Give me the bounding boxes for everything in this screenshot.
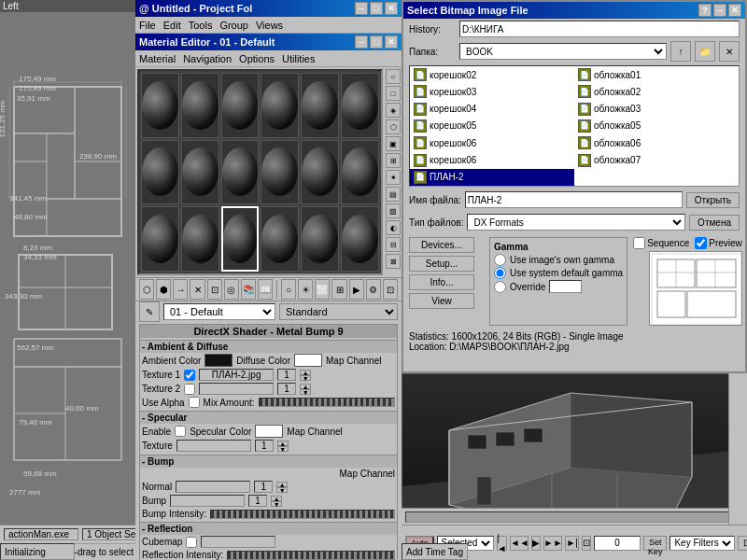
folder-delete-btn[interactable]: ✕ [719, 41, 740, 62]
bump-down[interactable]: ▼ [271, 501, 282, 507]
mat-menu-navigation[interactable]: Navigation [183, 53, 232, 64]
bump-val-input[interactable]: None [170, 495, 245, 507]
sphere-7[interactable] [141, 140, 179, 205]
file-item-7[interactable]: 📄 обложка05 [574, 118, 739, 134]
filetype-dropdown[interactable]: DX Formats [467, 214, 685, 231]
tb-backlight[interactable]: ☀ [298, 279, 313, 300]
viewport-left[interactable]: Left [0, 0, 135, 525]
bump-channel[interactable] [248, 495, 267, 507]
bitmap-close-btn[interactable]: ✕ [728, 4, 741, 17]
folder-new-btn[interactable]: 📁 [695, 41, 715, 62]
file-item-11[interactable]: 📄 обложка07 [574, 151, 739, 168]
sphere-6[interactable] [341, 73, 379, 138]
add-time-tag-label[interactable]: Add Time Tag [402, 543, 468, 560]
maximize-btn[interactable]: □ [370, 2, 383, 15]
minimize-btn[interactable]: ─ [355, 2, 368, 15]
shader-type-dropdown[interactable]: Standard [279, 303, 398, 320]
rt-btn-3[interactable]: ◈ [386, 103, 401, 118]
app-title-btns[interactable]: ─ □ ✕ [355, 2, 398, 15]
eye-dropper-btn[interactable]: ✎ [139, 301, 160, 322]
key-filters-dropdown[interactable]: Key Filters... [669, 536, 735, 551]
track-slider[interactable] [405, 511, 743, 523]
cubemap-checkbox[interactable] [186, 537, 197, 548]
info-btn[interactable]: Info... [409, 274, 474, 290]
gamma-override-val[interactable] [549, 280, 582, 293]
app-menu-bar[interactable]: File Edit Tools Group Views [135, 17, 402, 34]
tb-put-library[interactable]: 📚 [241, 279, 256, 300]
tex1-channel[interactable] [277, 369, 296, 381]
mat-menu-utilities[interactable]: Utilities [282, 53, 315, 64]
history-input[interactable] [459, 21, 740, 37]
tex2-channel[interactable] [277, 383, 296, 395]
normal-down[interactable]: ▼ [276, 487, 288, 493]
set-key-btn[interactable]: Set Key [643, 536, 668, 551]
time-input[interactable] [594, 536, 641, 551]
rt-btn-2[interactable]: □ [386, 86, 401, 101]
bitmap-minimize-btn[interactable]: ─ [713, 4, 726, 17]
filename-input[interactable] [465, 191, 683, 208]
bitmap-title-bar[interactable]: Select Bitmap Image File ? ─ ✕ [403, 2, 745, 19]
file-item-0[interactable]: 📄 корешок02 [410, 66, 574, 83]
app-title-bar[interactable]: @ Untitled - Project Fol ─ □ ✕ [135, 0, 402, 17]
next-frame-btn[interactable]: ►| [565, 536, 579, 551]
sphere-15[interactable] [221, 206, 260, 272]
sphere-4[interactable] [261, 73, 299, 138]
close-btn[interactable]: ✕ [385, 2, 398, 15]
file-list[interactable]: 📄 корешок02 📄 обложка01 📄 корешок03 📄 об… [409, 65, 740, 187]
sphere-3[interactable] [221, 73, 260, 138]
file-item-5[interactable]: 📄 обложка03 [574, 101, 739, 118]
tb-sample-uv[interactable]: ⊞ [331, 279, 346, 300]
mat-maximize-btn[interactable]: □ [370, 35, 383, 49]
key-mode-btn[interactable]: ⊡ [582, 536, 591, 551]
sphere-18[interactable] [341, 206, 379, 272]
sphere-8[interactable] [181, 140, 219, 205]
sphere-17[interactable] [301, 206, 339, 272]
mat-menu-options[interactable]: Options [239, 53, 275, 64]
prev-key-btn[interactable]: ◄◄ [510, 536, 529, 551]
mat-editor-title-bar[interactable]: Material Editor - 01 - Default ─ □ ✕ [135, 34, 402, 50]
tex1-checkbox[interactable] [184, 370, 195, 381]
rt-btn-7[interactable]: ✦ [386, 170, 401, 185]
tb-by-object[interactable]: ⊡ [383, 279, 398, 300]
sphere-13[interactable] [141, 206, 179, 272]
tex1-input[interactable] [199, 369, 274, 381]
gamma-own-radio[interactable] [494, 254, 506, 266]
devices-btn[interactable]: Devices... [409, 237, 474, 253]
rt-btn-12[interactable]: ⊠ [386, 254, 401, 269]
tb-options[interactable]: ⚙ [366, 279, 381, 300]
sphere-9[interactable] [221, 140, 260, 205]
rt-btn-9[interactable]: ▧ [386, 203, 401, 218]
bump-intensity-slider[interactable] [210, 510, 395, 519]
tb-assign[interactable]: → [173, 279, 188, 300]
cancel-btn[interactable]: Отмена [689, 215, 740, 231]
play-btn[interactable]: ▶ [531, 536, 541, 551]
mix-slider[interactable] [259, 398, 395, 407]
tb-sample-sphere[interactable]: ○ [281, 279, 296, 300]
tb-background[interactable]: ⬜ [315, 279, 330, 300]
diffuse-color-swatch[interactable] [294, 354, 322, 367]
spec-tex-channel[interactable] [255, 440, 274, 452]
cubemap-input[interactable]: None [201, 536, 275, 548]
viewport-3d[interactable] [402, 373, 747, 525]
tb-get-library[interactable]: 📖 [258, 279, 273, 300]
sphere-2[interactable] [181, 73, 219, 138]
file-item-1[interactable]: 📄 обложка01 [574, 66, 739, 83]
menu-views[interactable]: Views [256, 20, 283, 31]
tb-video[interactable]: ▶ [349, 279, 364, 300]
setup-btn[interactable]: Setup... [409, 256, 474, 272]
file-item-8[interactable]: 📄 корешок06 [410, 134, 574, 151]
tex1-down[interactable]: ▼ [300, 375, 311, 381]
file-item-9[interactable]: 📄 обложка06 [574, 134, 739, 151]
sphere-14[interactable] [181, 206, 219, 272]
file-item-4[interactable]: 📄 корешок04 [410, 101, 574, 118]
spec-down[interactable]: ▼ [277, 446, 289, 452]
tb-unique[interactable]: ◎ [224, 279, 239, 300]
tex2-down[interactable]: ▼ [300, 389, 311, 395]
menu-group[interactable]: Group [219, 20, 248, 31]
mat-close-btn[interactable]: ✕ [385, 35, 398, 49]
sphere-1[interactable] [141, 73, 179, 138]
mini-btn-1[interactable]: ⊡ [738, 536, 747, 551]
file-item-12[interactable]: 📄 ПЛАН-2 [410, 169, 574, 186]
sphere-10[interactable] [261, 140, 299, 205]
file-item-3[interactable]: 📄 обложка02 [574, 83, 739, 100]
